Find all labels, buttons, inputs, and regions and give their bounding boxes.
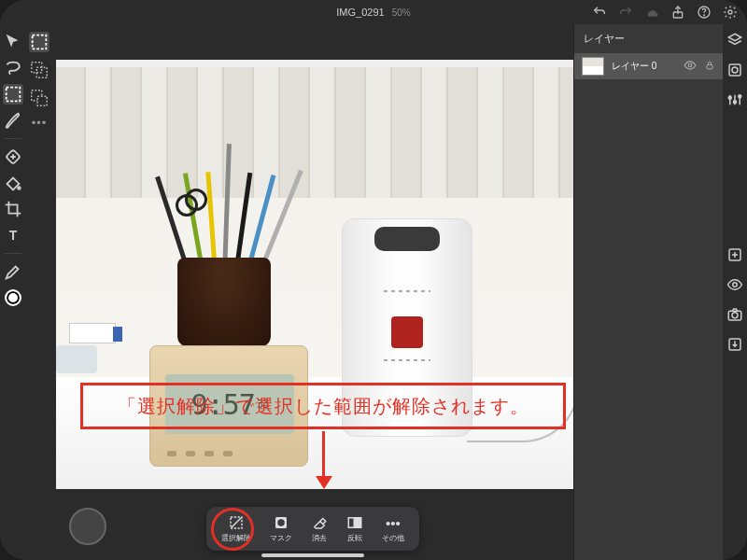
adjustments-panel-icon[interactable] bbox=[726, 91, 743, 108]
photo-pen-holder bbox=[177, 258, 271, 347]
svg-point-27 bbox=[739, 95, 741, 98]
mask-button[interactable]: マスク bbox=[262, 512, 300, 545]
svg-point-21 bbox=[732, 67, 738, 73]
deselect-button[interactable]: 選択解除 bbox=[214, 512, 259, 545]
svg-point-3 bbox=[728, 10, 732, 14]
svg-point-18 bbox=[688, 63, 692, 67]
right-icon-strip bbox=[723, 24, 747, 560]
annotation-text: 「選択解除」で選択した範囲が解除されます。 bbox=[118, 394, 529, 419]
erase-label: 消去 bbox=[312, 533, 327, 543]
erase-icon bbox=[311, 514, 328, 531]
lock-icon[interactable] bbox=[704, 60, 715, 73]
properties-panel-icon[interactable] bbox=[726, 62, 743, 78]
photo-scissors bbox=[176, 189, 204, 217]
move-tool-icon[interactable] bbox=[3, 32, 23, 52]
lasso-tool-icon[interactable] bbox=[3, 58, 23, 78]
svg-point-25 bbox=[728, 96, 731, 99]
brush-size-indicator[interactable] bbox=[69, 508, 106, 545]
photo-eraser bbox=[69, 323, 116, 343]
healing-tool-icon[interactable] bbox=[3, 147, 23, 167]
svg-rect-7 bbox=[33, 35, 47, 49]
svg-line-13 bbox=[232, 518, 242, 528]
layer-name: レイヤー 0 bbox=[612, 60, 676, 73]
camera-icon[interactable] bbox=[726, 306, 743, 323]
eye-icon[interactable] bbox=[726, 276, 743, 293]
annotation-callout: 「選択解除」で選択した範囲が解除されます。 bbox=[80, 383, 566, 429]
app-header: IMG_0291 50% bbox=[0, 0, 747, 24]
invert-label: 反転 bbox=[347, 533, 362, 543]
zoom-level[interactable]: 50% bbox=[392, 7, 411, 18]
svg-rect-11 bbox=[37, 96, 47, 105]
more-button[interactable]: ••• その他 bbox=[374, 512, 412, 545]
svg-rect-4 bbox=[7, 88, 21, 102]
tool-sidebar: T bbox=[0, 24, 26, 560]
export-icon[interactable] bbox=[726, 336, 743, 353]
svg-point-29 bbox=[733, 283, 738, 287]
image-canvas[interactable]: 9:5733 「選択解除」で選択した範囲が解除されます。 bbox=[56, 60, 573, 489]
svg-point-2 bbox=[704, 15, 705, 16]
share-icon[interactable] bbox=[670, 5, 685, 20]
home-indicator bbox=[261, 553, 364, 557]
more-options-icon[interactable]: ••• bbox=[32, 116, 48, 130]
svg-point-6 bbox=[18, 187, 21, 189]
deselect-label: 選択解除 bbox=[221, 533, 251, 543]
layers-panel: レイヤー レイヤー 0 bbox=[573, 24, 723, 560]
select-subtract-icon[interactable] bbox=[29, 88, 49, 108]
mask-icon bbox=[273, 514, 289, 531]
cloud-icon[interactable] bbox=[644, 5, 659, 20]
layer-thumbnail bbox=[582, 57, 604, 76]
layers-panel-icon[interactable] bbox=[726, 32, 743, 49]
annotation-arrow-head bbox=[316, 476, 332, 489]
erase-button[interactable]: 消去 bbox=[303, 512, 335, 545]
photo-curtain bbox=[56, 60, 573, 198]
marquee-rect-icon[interactable] bbox=[29, 32, 49, 52]
add-icon[interactable] bbox=[726, 246, 743, 263]
svg-point-31 bbox=[732, 313, 738, 318]
undo-icon[interactable] bbox=[592, 5, 607, 20]
settings-icon[interactable] bbox=[723, 5, 738, 20]
more-icon: ••• bbox=[385, 514, 402, 531]
annotation-arrow bbox=[322, 431, 325, 480]
fill-tool-icon[interactable] bbox=[3, 173, 23, 193]
help-icon[interactable] bbox=[697, 5, 712, 20]
invert-button[interactable]: 反転 bbox=[339, 512, 371, 545]
type-tool-icon[interactable]: T bbox=[3, 225, 23, 245]
layers-panel-title: レイヤー bbox=[574, 24, 723, 53]
select-add-icon[interactable] bbox=[29, 60, 49, 80]
visibility-icon[interactable] bbox=[684, 59, 697, 74]
tool-options-column: ••• bbox=[26, 24, 52, 560]
deselect-icon bbox=[228, 514, 245, 531]
crop-tool-icon[interactable] bbox=[3, 199, 23, 219]
more-label: その他 bbox=[382, 533, 404, 543]
eyedropper-tool-icon[interactable] bbox=[3, 261, 23, 282]
selection-action-toolbar: 選択解除 マスク 消去 反転 ••• その他 bbox=[206, 507, 419, 551]
svg-point-15 bbox=[277, 519, 285, 526]
layer-row[interactable]: レイヤー 0 bbox=[574, 53, 723, 79]
marquee-tool-icon[interactable] bbox=[3, 84, 23, 105]
redo-icon[interactable] bbox=[618, 5, 633, 20]
document-title: IMG_0291 bbox=[336, 7, 384, 18]
photo-tape bbox=[56, 345, 97, 373]
svg-point-26 bbox=[734, 101, 737, 104]
foreground-color-swatch[interactable] bbox=[5, 289, 21, 306]
invert-icon bbox=[346, 514, 363, 531]
mask-label: マスク bbox=[270, 533, 292, 543]
canvas-area: 9:5733 「選択解除」で選択した範囲が解除されます。 選択解除 bbox=[52, 24, 573, 560]
svg-rect-19 bbox=[707, 65, 712, 70]
svg-rect-17 bbox=[354, 518, 361, 528]
svg-rect-20 bbox=[729, 64, 740, 76]
brush-tool-icon[interactable] bbox=[3, 110, 23, 131]
